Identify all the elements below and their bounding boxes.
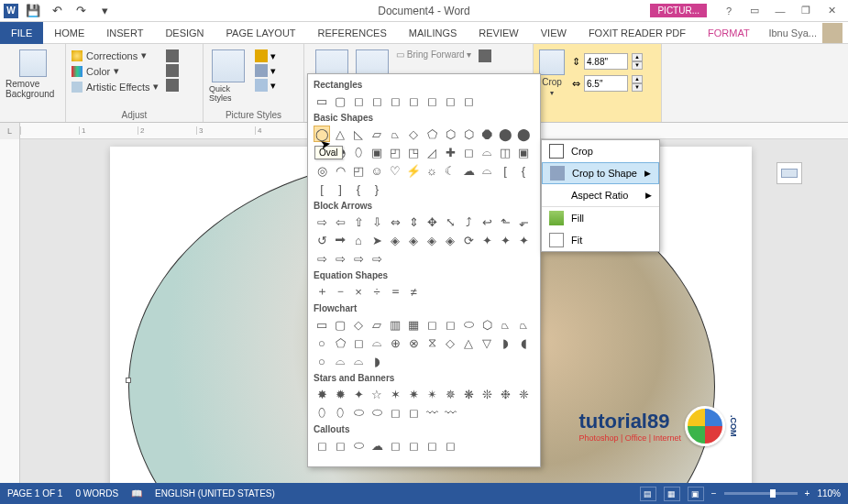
tab-home[interactable]: HOME bbox=[43, 22, 95, 44]
artistic-effects-button[interactable]: Artistic Effects ▾ bbox=[72, 81, 159, 93]
shape-callout-oval[interactable]: ⬭ bbox=[350, 437, 367, 454]
height-spinner[interactable]: ▲▼ bbox=[632, 53, 643, 70]
shape-arrow-r[interactable]: ⇨ bbox=[314, 214, 330, 230]
shape-divide[interactable]: ÷ bbox=[369, 283, 385, 300]
tab-format[interactable]: FORMAT bbox=[697, 22, 761, 44]
shape-arrow-l[interactable]: ⇦ bbox=[332, 214, 348, 230]
shape-fc-display[interactable]: ◗ bbox=[369, 353, 385, 369]
view-read-icon[interactable]: ▤ bbox=[640, 487, 656, 501]
shape-bracket[interactable]: [ bbox=[497, 162, 513, 179]
shape-lightning[interactable]: ⚡ bbox=[405, 162, 422, 179]
shape-arrow-3[interactable]: ⤡ bbox=[442, 214, 458, 230]
shape-ribbon1[interactable]: ⬯ bbox=[314, 404, 330, 421]
shape-trapezoid[interactable]: ⏢ bbox=[387, 126, 403, 142]
shape-hexagon[interactable]: ⬡ bbox=[442, 126, 458, 142]
shape-round3[interactable]: ◻ bbox=[442, 93, 458, 109]
shape-sun[interactable]: ☼ bbox=[424, 162, 440, 179]
change-picture-icon[interactable] bbox=[166, 64, 179, 77]
shape-dblwave[interactable]: 〰 bbox=[442, 404, 458, 421]
shape-star10[interactable]: ✵ bbox=[442, 386, 458, 402]
shape-arrow-home[interactable]: ⌂ bbox=[350, 232, 367, 248]
minimize-icon[interactable]: — bbox=[767, 2, 793, 20]
qat-customize-icon[interactable]: ▾ bbox=[95, 2, 114, 20]
zoom-in-icon[interactable]: + bbox=[805, 488, 810, 499]
shape-plaque[interactable]: ◻ bbox=[460, 144, 477, 160]
shape-arrow-uturn[interactable]: ↩ bbox=[479, 214, 495, 230]
shape-arrow-7[interactable]: ✦ bbox=[515, 232, 532, 248]
zoom-slider[interactable] bbox=[724, 492, 798, 495]
shape-brace[interactable]: { bbox=[515, 162, 532, 179]
shape-fc-sum[interactable]: ⊕ bbox=[387, 334, 403, 351]
status-proof-icon[interactable]: 📖 bbox=[131, 488, 142, 499]
restore-icon[interactable]: ❐ bbox=[793, 2, 819, 20]
shape-rbracket[interactable]: ] bbox=[332, 181, 348, 197]
compress-icon[interactable] bbox=[166, 49, 179, 62]
tab-file[interactable]: FILE bbox=[0, 22, 43, 44]
shape-fc-offpage[interactable]: ⬠ bbox=[332, 334, 348, 351]
shape-arrow-8[interactable]: ⇨ bbox=[314, 250, 330, 267]
shape-arrow-chev[interactable]: ➤ bbox=[369, 232, 385, 248]
shape-fc-predef[interactable]: ▥ bbox=[387, 316, 403, 333]
shape-frame[interactable]: ▣ bbox=[369, 144, 385, 160]
shape-fc-decision[interactable]: ◇ bbox=[350, 316, 367, 333]
shape-heart[interactable]: ♡ bbox=[387, 162, 403, 179]
shape-arrow-rcallout[interactable]: ◈ bbox=[387, 232, 403, 248]
shape-star4[interactable]: ✦ bbox=[350, 386, 367, 402]
shape-rounded-rect[interactable]: ▢ bbox=[332, 93, 348, 109]
shape-fc-alt[interactable]: ▢ bbox=[332, 316, 348, 333]
crop-button[interactable]: Crop ▾ bbox=[539, 49, 565, 97]
color-button[interactable]: Color ▾ bbox=[72, 65, 159, 77]
shape-fc-term[interactable]: ⬭ bbox=[460, 316, 477, 333]
shape-plus[interactable]: ＋ bbox=[314, 283, 330, 300]
shape-arrow-bent[interactable]: ⤴ bbox=[460, 214, 477, 230]
shape-fc-prep[interactable]: ⬡ bbox=[479, 316, 495, 333]
shape-dodecagon[interactable]: ⬤ bbox=[515, 126, 532, 142]
tab-mailings[interactable]: MAILINGS bbox=[398, 22, 468, 44]
shape-arrow-lcallout[interactable]: ◈ bbox=[424, 232, 440, 248]
shape-star7[interactable]: ✷ bbox=[405, 386, 422, 402]
shape-teardrop[interactable]: ⬯ bbox=[350, 144, 367, 160]
shape-fc-direct[interactable]: ⌓ bbox=[350, 353, 367, 369]
shape-fc-stored[interactable]: ◗ bbox=[497, 334, 513, 351]
ribbon-options-icon[interactable]: ▭ bbox=[742, 2, 767, 20]
shape-callout-line3[interactable]: ◻ bbox=[424, 437, 440, 454]
quick-styles-button[interactable]: Quick Styles bbox=[209, 49, 248, 103]
shape-star5[interactable]: ☆ bbox=[369, 386, 385, 402]
shape-arrow-5[interactable]: ✦ bbox=[479, 232, 495, 248]
tab-view[interactable]: VIEW bbox=[530, 22, 578, 44]
tab-foxit[interactable]: FOXIT READER PDF bbox=[578, 22, 697, 44]
shape-arrow-notch[interactable]: ⮕ bbox=[332, 232, 348, 248]
shape-fc-card[interactable]: ◻ bbox=[350, 334, 367, 351]
shape-star32[interactable]: ❈ bbox=[515, 386, 532, 402]
shape-arrow-circ[interactable]: ⟳ bbox=[460, 232, 477, 248]
shape-bevel[interactable]: ▣ bbox=[515, 144, 532, 160]
height-input[interactable] bbox=[584, 53, 628, 70]
view-web-icon[interactable]: ▣ bbox=[688, 487, 704, 501]
shape-scroll2[interactable]: ◻ bbox=[405, 404, 422, 421]
corrections-button[interactable]: Corrections ▾ bbox=[72, 49, 159, 61]
crop-menu-crop[interactable]: Crop bbox=[542, 140, 659, 162]
picture-effects-button[interactable]: ▾ bbox=[255, 64, 276, 77]
shape-lbrace[interactable]: { bbox=[350, 181, 367, 197]
shape-rt-triangle[interactable]: ◺ bbox=[350, 126, 367, 142]
shape-fc-or[interactable]: ⊗ bbox=[405, 334, 422, 351]
shape-arrow-6[interactable]: ✦ bbox=[497, 232, 513, 248]
width-spinner[interactable]: ▲▼ bbox=[632, 75, 643, 92]
shape-triangle[interactable]: △ bbox=[332, 126, 348, 142]
shape-block-arc[interactable]: ◠ bbox=[332, 162, 348, 179]
shape-smiley[interactable]: ☺ bbox=[369, 162, 385, 179]
shape-rbrace[interactable]: } bbox=[369, 181, 385, 197]
shape-can[interactable]: ⌓ bbox=[479, 144, 495, 160]
shape-noteq[interactable]: ≠ bbox=[405, 283, 422, 300]
status-words[interactable]: 0 WORDS bbox=[75, 488, 118, 499]
picture-border-button[interactable]: ▾ bbox=[255, 49, 276, 62]
shape-wave[interactable]: 〰 bbox=[424, 404, 440, 421]
shape-callout-rect[interactable]: ◻ bbox=[314, 437, 330, 454]
shape-cube[interactable]: ◫ bbox=[497, 144, 513, 160]
shape-rectangle[interactable]: ▭ bbox=[314, 93, 330, 109]
shape-arrow-d[interactable]: ⇩ bbox=[369, 214, 385, 230]
shape-star-explosion2[interactable]: ✹ bbox=[332, 386, 348, 402]
shape-callout-line2[interactable]: ◻ bbox=[405, 437, 422, 454]
shape-scroll1[interactable]: ◻ bbox=[387, 404, 403, 421]
shape-ribbon2[interactable]: ⬯ bbox=[332, 404, 348, 421]
